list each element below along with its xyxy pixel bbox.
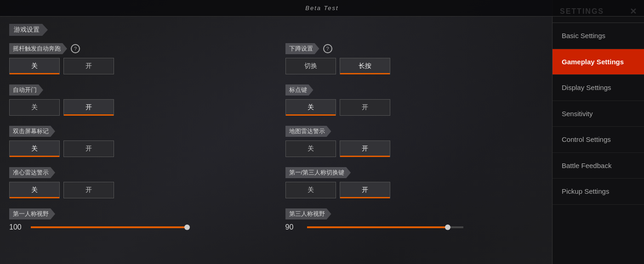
setting-crouch: 下蹲设置 ? 切换 长按 [285,43,543,74]
content-area: 游戏设置 摇杆触发自动奔跑 ? 关 开 自动开门 [0,17,552,264]
perspective-on[interactable]: 开 [340,182,390,198]
setting-auto-sprint: 摇杆触发自动奔跑 ? 关 开 [9,43,267,74]
fov-third-fill [307,226,448,228]
crouch-label: 下蹲设置 [285,43,319,54]
sidebar-item-sensitivity[interactable]: Sensitivity [553,101,644,127]
aim-radar-on[interactable]: 开 [63,182,114,198]
fov-third-value: 90 [285,223,302,231]
double-tap-toggles: 关 开 [9,140,267,157]
perspective-label: 第一/第三人称切换键 [285,167,351,178]
perspective-label-row: 第一/第三人称切换键 [285,167,543,178]
top-bar: Beta Test [0,0,644,17]
right-column: 下蹲设置 ? 切换 长按 标点键 关 开 [285,43,543,242]
fov-first-label: 第一人称视野 [9,208,55,219]
settings-grid: 摇杆触发自动奔跑 ? 关 开 自动开门 关 开 [9,43,543,242]
auto-door-label: 自动开门 [9,84,43,95]
mark-key-label: 标点键 [285,84,313,95]
mark-key-toggles: 关 开 [285,99,543,116]
auto-door-off[interactable]: 关 [9,99,60,116]
fov-first-label-row: 第一人称视野 [9,208,267,219]
map-radar-on[interactable]: 开 [340,140,390,157]
aim-radar-off[interactable]: 关 [9,182,60,198]
mark-key-off[interactable]: 关 [285,99,336,116]
aim-radar-toggles: 关 开 [9,182,267,198]
fov-first-slider-row: 100 [9,223,267,231]
perspective-toggles: 关 开 [285,182,543,198]
left-column: 摇杆触发自动奔跑 ? 关 开 自动开门 关 开 [9,43,267,242]
auto-door-label-row: 自动开门 [9,84,267,95]
auto-door-toggles: 关 开 [9,99,267,116]
aim-radar-label-row: 准心雷达警示 [9,167,267,178]
setting-map-radar: 地图雷达警示 关 开 [285,126,543,157]
crouch-toggles: 切换 长按 [285,58,543,74]
fov-first-fill [31,226,187,228]
crouch-help[interactable]: ? [323,44,332,53]
aim-radar-label: 准心雷达警示 [9,167,55,178]
sidebar: SETTINGS ✕ Basic Settings Gameplay Setti… [552,0,644,264]
perspective-off[interactable]: 关 [285,182,336,198]
auto-sprint-on[interactable]: 开 [63,58,114,74]
auto-sprint-label: 摇杆触发自动奔跑 [9,43,67,54]
fov-third-label: 第三人称视野 [285,208,331,219]
sidebar-nav: Basic Settings Gameplay Settings Display… [553,23,644,264]
setting-auto-door: 自动开门 关 开 [9,84,267,116]
setting-fov-first: 第一人称视野 100 [9,208,267,231]
double-tap-on[interactable]: 开 [63,140,114,157]
sidebar-item-control[interactable]: Control Settings [553,127,644,153]
fov-third-slider-row: 90 [285,223,543,231]
auto-sprint-label-row: 摇杆触发自动奔跑 ? [9,43,267,54]
fov-first-thumb[interactable] [184,225,190,230]
auto-sprint-toggles: 关 开 [9,58,267,74]
double-tap-label-row: 双击屏幕标记 [9,126,267,137]
sidebar-item-pickup[interactable]: Pickup Settings [553,179,644,205]
setting-double-tap: 双击屏幕标记 关 开 [9,126,267,157]
section-title: 游戏设置 [9,24,48,36]
setting-fov-third: 第三人称视野 90 [285,208,543,231]
mark-key-label-row: 标点键 [285,84,543,95]
fov-first-value: 100 [9,223,25,231]
fov-third-track[interactable] [307,226,463,228]
sidebar-item-gameplay[interactable]: Gameplay Settings [553,49,644,75]
setting-mark-key: 标点键 关 开 [285,84,543,116]
sidebar-item-basic[interactable]: Basic Settings [553,23,644,49]
mark-key-on[interactable]: 开 [340,99,390,116]
crouch-toggle[interactable]: 切换 [285,58,336,74]
sidebar-item-display[interactable]: Display Settings [553,75,644,101]
setting-perspective: 第一/第三人称切换键 关 开 [285,167,543,198]
map-radar-label-row: 地图雷达警示 [285,126,543,137]
double-tap-off[interactable]: 关 [9,140,60,157]
fov-third-label-row: 第三人称视野 [285,208,543,219]
auto-sprint-help[interactable]: ? [71,44,80,53]
double-tap-label: 双击屏幕标记 [9,126,55,137]
crouch-label-row: 下蹲设置 ? [285,43,543,54]
auto-door-on[interactable]: 开 [63,99,114,116]
map-radar-label: 地图雷达警示 [285,126,331,137]
fov-first-track[interactable] [31,226,187,228]
fov-third-thumb[interactable] [445,225,450,230]
auto-sprint-off[interactable]: 关 [9,58,60,74]
crouch-hold[interactable]: 长按 [340,58,390,74]
top-bar-title: Beta Test [305,5,338,11]
map-radar-toggles: 关 开 [285,140,543,157]
map-radar-off[interactable]: 关 [285,140,336,157]
setting-aim-radar: 准心雷达警示 关 开 [9,167,267,198]
sidebar-item-battle[interactable]: Battle Feedback [553,153,644,179]
